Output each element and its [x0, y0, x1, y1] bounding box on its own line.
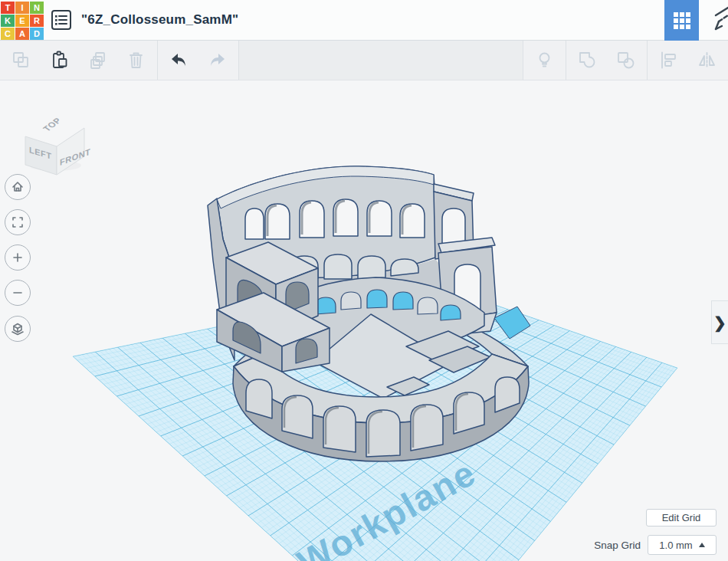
group-button[interactable] [577, 50, 598, 71]
logo-tile: R [30, 15, 44, 27]
toolbar [0, 41, 728, 80]
toolbar-spacer [238, 41, 523, 80]
logo-tile: K [1, 15, 15, 27]
logo-tile: D [30, 28, 44, 40]
pencil-icon-partial[interactable] [711, 5, 728, 37]
perspective-toggle-button[interactable] [5, 316, 31, 342]
logo-tile: C [1, 28, 15, 40]
show-all-button[interactable] [534, 50, 555, 71]
logo-tile: A [15, 28, 29, 40]
colosseum-model[interactable] [208, 166, 530, 461]
viewport-3d[interactable]: Workplane [0, 0, 728, 561]
mirror-button[interactable] [697, 50, 717, 71]
copy-button[interactable] [11, 50, 31, 71]
logo-tile: I [15, 2, 29, 14]
apps-grid-icon [674, 12, 690, 29]
snap-grid-dropdown[interactable]: 1.0 mm [648, 535, 717, 555]
logo-tile: N [30, 2, 44, 14]
snap-grid-value: 1.0 mm [659, 540, 692, 551]
design-properties-button[interactable] [51, 9, 72, 31]
undo-button[interactable] [169, 50, 189, 71]
zoom-in-button[interactable] [5, 244, 31, 271]
duplicate-button[interactable] [87, 50, 108, 71]
align-button[interactable] [658, 50, 679, 71]
logo-tile: E [15, 15, 29, 27]
caret-up-icon [699, 543, 705, 547]
zoom-out-button[interactable] [5, 280, 31, 306]
delete-button[interactable] [126, 50, 146, 71]
snap-grid-label: Snap Grid [594, 540, 641, 551]
shapes-panel-toggle[interactable]: ❯ [711, 300, 728, 344]
logo-tile: T [1, 2, 15, 14]
tinkercad-editor: Workplane [0, 0, 728, 561]
chevron-right-icon: ❯ [713, 313, 726, 332]
header: TINKERCAD "6Z_Collosseum_SamM" [0, 0, 728, 41]
apps-menu-button[interactable] [664, 0, 699, 41]
fit-view-button[interactable] [5, 209, 31, 235]
view-cube[interactable]: TOP LEFT FRONT [25, 109, 90, 175]
edit-grid-button[interactable]: Edit Grid [646, 509, 717, 527]
home-view-button[interactable] [5, 174, 31, 200]
tinkercad-logo[interactable]: TINKERCAD [1, 2, 44, 40]
redo-button[interactable] [207, 50, 228, 71]
paste-button[interactable] [49, 50, 70, 71]
ungroup-button[interactable] [615, 50, 636, 71]
document-title[interactable]: "6Z_Collosseum_SamM" [81, 12, 238, 28]
